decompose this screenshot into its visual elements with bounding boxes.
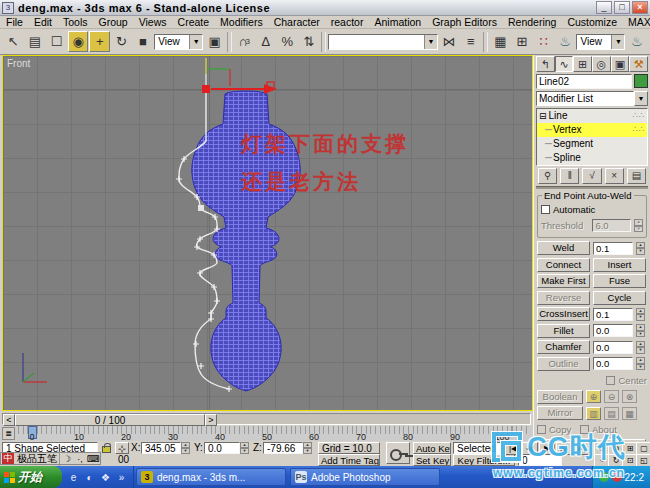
boolean-union-icon[interactable]: ⊕	[586, 390, 601, 403]
add-time-tag-button[interactable]: Add Time Tag	[318, 454, 380, 466]
spline-first-vertex[interactable]	[198, 205, 204, 211]
named-selection-set-input[interactable]: ▼	[328, 34, 438, 50]
chevron-down-icon[interactable]: ▼	[189, 35, 202, 49]
create-tab-icon[interactable]: ↰	[536, 56, 555, 72]
stack-item-vertex[interactable]: ─ Vertex ∴∴	[537, 123, 647, 137]
schematic-view-icon[interactable]: ⊞	[512, 31, 533, 52]
menu-modifiers[interactable]: Modifiers	[220, 16, 263, 28]
viewport-canvas[interactable]	[3, 56, 532, 410]
weld-button[interactable]: Weld	[537, 241, 590, 255]
use-center-icon[interactable]: ▣	[204, 31, 225, 52]
quick-render-icon[interactable]: ♨	[626, 31, 647, 52]
reference-coordinate-dropdown[interactable]: View ▼	[154, 34, 203, 50]
motion-tab-icon[interactable]: ◎	[592, 56, 611, 72]
viewport-label[interactable]: Front	[7, 58, 30, 69]
chevron-down-icon[interactable]: ▼	[634, 91, 648, 106]
modify-tab-icon[interactable]: ∿	[555, 56, 574, 72]
render-scene-icon[interactable]: ♨	[555, 31, 576, 52]
display-tab-icon[interactable]: ▣	[611, 56, 630, 72]
go-to-end-button[interactable]: ▶|	[573, 442, 589, 455]
y-coordinate-field[interactable]: 0.0	[204, 442, 240, 454]
menu-reactor[interactable]: reactor	[331, 16, 364, 28]
cross-insert-button[interactable]: CrossInsert	[537, 307, 590, 321]
selection-region-icon[interactable]: ☐	[46, 31, 67, 52]
pin-stack-icon[interactable]: ⚲	[538, 168, 557, 184]
quick-launch-more-icon[interactable]: »	[115, 471, 128, 484]
tray-icon-green[interactable]	[599, 472, 609, 482]
absolute-offset-mode-icon[interactable]: ⊹	[115, 442, 129, 454]
maximize-button[interactable]: □	[614, 1, 630, 14]
start-button[interactable]: 开始	[0, 466, 62, 488]
selection-filter-dropdown[interactable]: Selected	[453, 442, 501, 454]
menu-edit[interactable]: Edit	[34, 16, 52, 28]
select-object-icon[interactable]: ↖	[3, 31, 24, 52]
fillet-field[interactable]: 0.0	[593, 324, 633, 337]
tray-icon-red[interactable]	[612, 472, 622, 482]
weld-spinner[interactable]: ▲▼	[636, 242, 645, 255]
x-spinner[interactable]: ▲▼	[181, 442, 190, 454]
quick-launch-icon-3[interactable]: ❖	[99, 471, 112, 484]
cycle-button[interactable]: Cycle	[593, 291, 646, 305]
time-slider-track[interactable]: < 0 / 100 >	[2, 413, 531, 425]
taskbar-item-photoshop[interactable]: Ps Adobe Photoshop	[290, 468, 440, 486]
material-editor-icon[interactable]: ∷	[533, 31, 554, 52]
utilities-tab-icon[interactable]: ⚒	[629, 56, 648, 72]
select-by-name-icon[interactable]: ▤	[25, 31, 46, 52]
set-key-button[interactable]: Set Key	[413, 454, 451, 466]
time-slider-handle[interactable]: 0 / 100	[15, 414, 205, 426]
spinner-snap-icon[interactable]: ⇅	[299, 31, 320, 52]
current-frame-field[interactable]: 0	[518, 454, 562, 466]
ime-language-icon[interactable]: 中	[2, 453, 14, 464]
chevron-down-icon[interactable]: ▼	[424, 35, 437, 49]
taskbar-item-3dsmax[interactable]: 3 deng.max - 3ds m...	[136, 468, 286, 486]
move-gizmo[interactable]	[206, 58, 277, 94]
select-and-rotate-icon[interactable]: ↻	[111, 31, 132, 52]
ime-shape-icon[interactable]: ☽	[61, 454, 73, 464]
key-filters-button[interactable]: Key Filters...	[453, 454, 515, 466]
stack-item-segment[interactable]: ─ Segment	[537, 137, 647, 151]
chamfer-spinner[interactable]: ▲▼	[636, 341, 645, 354]
previous-frame-arrow[interactable]: <	[3, 414, 15, 426]
menu-character[interactable]: Character	[274, 16, 320, 28]
ime-punctuation-icon[interactable]: ·,	[74, 454, 86, 464]
make-first-button[interactable]: Make First	[537, 274, 590, 288]
select-and-scale-icon[interactable]: ■	[133, 31, 154, 52]
stack-item-spline[interactable]: ─ Spline	[537, 151, 647, 165]
y-spinner[interactable]: ▲▼	[240, 442, 249, 454]
fillet-spinner[interactable]: ▲▼	[636, 324, 645, 337]
close-button[interactable]: ×	[632, 1, 648, 14]
select-and-move-icon[interactable]: +	[89, 31, 110, 52]
stack-item-line[interactable]: ⊟ Line ∴∴	[537, 109, 647, 123]
next-frame-arrow[interactable]: >	[205, 414, 217, 426]
selected-vertex[interactable]	[202, 85, 210, 93]
auto-key-button[interactable]: Auto Key	[413, 442, 451, 454]
outline-spinner[interactable]: ▲▼	[636, 357, 645, 370]
viewport-front[interactable]: Front 灯架下面的支撑 还是老方法	[2, 55, 533, 411]
percent-snap-icon[interactable]: %	[277, 31, 298, 52]
automatic-checkbox[interactable]	[541, 205, 550, 214]
outline-field[interactable]: 0.0	[593, 357, 633, 370]
object-color-swatch[interactable]	[634, 74, 648, 88]
align-tool-icon[interactable]: ≡	[461, 31, 482, 52]
quick-launch-icon-2[interactable]: ◐	[83, 471, 96, 484]
menu-rendering[interactable]: Rendering	[508, 16, 556, 28]
remove-modifier-icon[interactable]: ×	[605, 168, 624, 184]
selection-filter-icon[interactable]: ◉	[68, 31, 89, 52]
mirror-horizontal-icon[interactable]: ▥	[586, 407, 601, 420]
set-keys-key-icon[interactable]	[386, 442, 410, 464]
make-unique-icon[interactable]: √	[582, 168, 601, 184]
x-coordinate-field[interactable]: 345.05	[141, 442, 181, 454]
z-spinner[interactable]: ▲▼	[303, 442, 312, 454]
z-coordinate-field[interactable]: -79.66	[263, 442, 303, 454]
ime-name[interactable]: 极品五笔	[15, 452, 60, 466]
connect-button[interactable]: Connect	[537, 258, 590, 272]
configure-modifier-sets-icon[interactable]: ▤	[627, 168, 646, 184]
menu-animation[interactable]: Animation	[374, 16, 421, 28]
menu-create[interactable]: Create	[178, 16, 210, 28]
taskbar-clock[interactable]: 22:2	[625, 472, 644, 483]
menu-group[interactable]: Group	[99, 16, 128, 28]
object-name-field[interactable]: Line02	[536, 74, 632, 89]
selection-lock-icon[interactable]	[102, 446, 111, 453]
mirror-tool-icon[interactable]: ⋈	[439, 31, 460, 52]
menu-tools[interactable]: Tools	[63, 16, 88, 28]
